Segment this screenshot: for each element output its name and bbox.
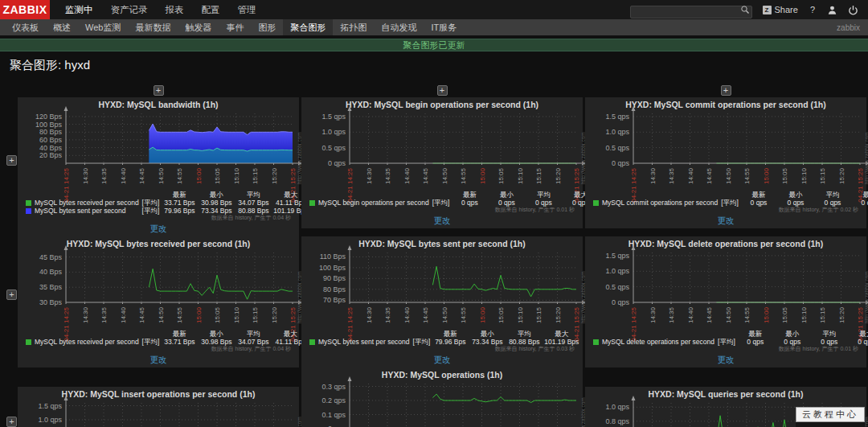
svg-text:15:15: 15:15	[252, 167, 259, 184]
svg-text:15:15: 15:15	[819, 167, 826, 184]
top-navbar: ZABBIX 监测中资产记录报表配置管理 Z Share ?	[0, 0, 868, 19]
subnav-item-6[interactable]: 图形	[251, 19, 283, 35]
subnav-item-9[interactable]: 自动发现	[374, 19, 424, 35]
graph-plot[interactable]: 1.5 qps1.0 qps0.5 qps0 qps04-21 14:2514:…	[18, 400, 299, 427]
help-button[interactable]: ?	[809, 5, 817, 14]
graph-cell: HYXD: MySQL commit operations per second…	[585, 97, 866, 228]
svg-text:14:55: 14:55	[176, 306, 183, 323]
profile-icon[interactable]	[827, 5, 837, 15]
subnav-item-3[interactable]: 最新数据	[128, 19, 178, 35]
svg-text:15:05: 15:05	[497, 306, 505, 323]
plot-watermark: http://www.zabbix.com	[864, 132, 868, 184]
subnav-item-5[interactable]: 事件	[219, 19, 251, 35]
search-input[interactable]	[630, 6, 752, 18]
subnav-item-10[interactable]: IT服务	[424, 19, 464, 35]
change-link[interactable]: 更改	[150, 224, 167, 233]
legend-swatch	[26, 200, 31, 206]
svg-text:14:55: 14:55	[460, 167, 467, 184]
change-link[interactable]: 更改	[434, 355, 451, 364]
svg-text:15:20: 15:20	[271, 306, 278, 323]
legend-header: 最小	[469, 330, 506, 338]
change-link[interactable]: 更改	[718, 216, 735, 225]
svg-text:15:00: 15:00	[763, 167, 770, 184]
graph-plot[interactable]: 120 Bps100 Bps80 Bps60 Bps40 Bps20 Bps04…	[18, 110, 299, 191]
subnav-item-0[interactable]: 仪表板	[5, 19, 46, 35]
topnav-item-3[interactable]: 配置	[193, 0, 229, 19]
legend-swatch	[26, 208, 31, 214]
add-column-cell: +	[18, 85, 299, 96]
svg-text:45 Bps: 45 Bps	[39, 253, 63, 261]
change-link[interactable]: 更改	[434, 216, 451, 225]
graph-cell: HYXD: MySQL operations (1h)0.3 qps0.2 qp…	[301, 367, 583, 427]
svg-text:15:20: 15:20	[555, 306, 562, 323]
svg-text:15:10: 15:10	[517, 167, 524, 184]
legend-row: MySQL bytes sent per second[平均]79.96 Bps…	[308, 338, 580, 346]
alert-text: 聚合图形已更新	[403, 39, 465, 51]
svg-text:80 Bps: 80 Bps	[39, 128, 63, 136]
svg-text:15:00: 15:00	[479, 306, 486, 323]
topnav-item-4[interactable]: 管理	[229, 0, 265, 19]
change-row: 更改	[301, 215, 583, 225]
graph-plot[interactable]: 110 Bps100 Bps90 Bps80 Bps70 Bps04-21 14…	[301, 249, 583, 330]
share-label: Share	[775, 5, 798, 14]
svg-text:14:35: 14:35	[668, 167, 675, 184]
subnav-item-2[interactable]: Web监测	[78, 19, 128, 35]
logout-icon[interactable]	[848, 5, 858, 15]
legend-header: 最新	[740, 191, 777, 199]
add-column-button[interactable]: +	[154, 85, 164, 96]
subnav-item-4[interactable]: 触发器	[178, 19, 219, 35]
legend-row: MySQL bytes received per second[平均]33.71…	[24, 338, 309, 346]
change-link[interactable]: 更改	[718, 355, 735, 364]
svg-text:14:35: 14:35	[100, 306, 108, 323]
graph-plot[interactable]: 1.5 qps1.0 qps0.5 qps0 qps04-21 14:2514:…	[585, 249, 866, 330]
svg-text:1.5 qps: 1.5 qps	[321, 113, 346, 121]
svg-text:15:05: 15:05	[781, 306, 788, 323]
graph-plot[interactable]: 1.5 qps1.0 qps0.5 qps0 qps04-21 14:2514:…	[301, 110, 583, 191]
graph-plot[interactable]: 0.3 qps0.2 qps0.1 qps0 qps04-21 14:2514:…	[301, 380, 583, 427]
svg-text:14:40: 14:40	[120, 167, 127, 184]
share-button[interactable]: Z Share	[763, 5, 798, 14]
graph-plot[interactable]: 45 Bps40 Bps35 Bps30 Bps04-21 14:2514:30…	[18, 249, 299, 330]
add-column-button[interactable]: +	[721, 85, 731, 96]
graph-plot[interactable]: 1.5 qps1.0 qps0.5 qps0 qps04-21 14:2514:…	[585, 110, 866, 191]
legend-swatch	[309, 200, 315, 206]
svg-text:1.5 qps: 1.5 qps	[605, 252, 629, 260]
svg-text:14:30: 14:30	[82, 167, 89, 184]
subnav-item-1[interactable]: 概述	[46, 19, 78, 35]
add-row-button[interactable]: +	[6, 417, 17, 427]
add-row-button[interactable]: +	[6, 155, 17, 166]
graph-cell: HYXD: MySQL delete operations per second…	[585, 236, 866, 367]
legend-row: MySQL bytes sent per second[平均]79.96 Bps…	[24, 207, 309, 215]
svg-text:04-21 14:25: 04-21 14:25	[630, 306, 637, 341]
data-source-note: 数据来自 history, 产生于 0.04 秒	[18, 346, 299, 352]
svg-text:14:50: 14:50	[441, 167, 448, 184]
subnav-item-8[interactable]: 拓扑图	[333, 19, 374, 35]
svg-text:35 Bps: 35 Bps	[39, 283, 63, 291]
main-menu: 监测中资产记录报表配置管理	[56, 0, 265, 19]
screen-grid: +++HYXD: MySQL bandwidth (1h)120 Bps100 …	[0, 77, 868, 427]
svg-text:14:55: 14:55	[743, 306, 751, 323]
zabbix-logo[interactable]: ZABBIX	[0, 0, 50, 19]
legend-row: MySQL begin operations per second[平均]0 q…	[308, 199, 599, 207]
change-link[interactable]: 更改	[150, 355, 167, 364]
svg-text:1.0 qps: 1.0 qps	[605, 128, 629, 136]
data-source-note: 数据来自 history, 产生于 0.01 秒	[585, 346, 866, 352]
change-row: 更改	[18, 354, 299, 364]
topnav-item-2[interactable]: 报表	[157, 0, 193, 19]
svg-text:1.0 qps: 1.0 qps	[38, 416, 62, 424]
svg-text:14:35: 14:35	[668, 306, 675, 323]
topnav-item-0[interactable]: 监测中	[56, 0, 102, 19]
svg-text:14:50: 14:50	[725, 167, 732, 184]
legend-swatch	[26, 339, 31, 345]
add-column-button[interactable]: +	[437, 85, 448, 96]
svg-text:15:00: 15:00	[479, 167, 486, 184]
search-icon[interactable]	[740, 5, 750, 14]
add-row-button[interactable]: +	[6, 289, 17, 300]
svg-text:14:30: 14:30	[366, 167, 373, 184]
topnav-item-1[interactable]: 资产记录	[102, 0, 157, 19]
svg-text:14:40: 14:40	[403, 167, 411, 184]
subnav-item-7[interactable]: 聚合图形	[283, 19, 333, 35]
svg-text:0.3 qps: 0.3 qps	[321, 383, 346, 391]
legend-header: 平均	[525, 191, 562, 199]
svg-text:100 Bps: 100 Bps	[319, 264, 346, 272]
